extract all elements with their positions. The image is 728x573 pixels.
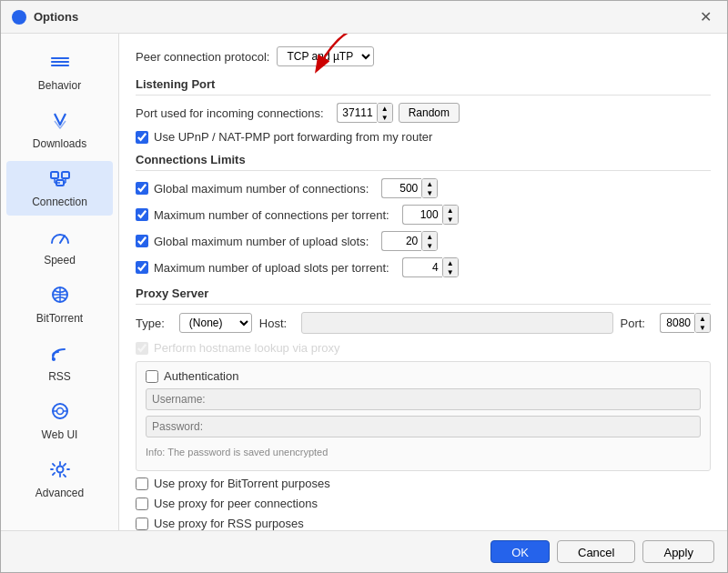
sidebar-item-advanced-label: Advanced xyxy=(35,487,84,499)
svg-point-14 xyxy=(52,357,56,361)
proxy-type-dropdown[interactable]: (None) HTTP HTTPS SOCKS4 SOCKS5 xyxy=(179,313,252,333)
username-input[interactable] xyxy=(146,388,701,410)
max-conn-torrent-down[interactable]: ▼ xyxy=(443,215,458,224)
global-max-conn-label: Global maximum number of connections: xyxy=(154,182,369,196)
sidebar-item-downloads[interactable]: Downloads xyxy=(6,103,113,157)
port-row: Port used for incoming connections: ▲ ▼ … xyxy=(136,103,711,123)
webui-icon xyxy=(48,401,72,425)
max-conn-torrent-input[interactable] xyxy=(402,205,442,225)
conn-limit-row-3: Maximum number of upload slots per torre… xyxy=(136,257,711,277)
proxy-host-label: Host: xyxy=(259,317,287,330)
max-upload-torrent-label: Maximum number of upload slots per torre… xyxy=(154,261,389,275)
upnp-row: Use UPnP / NAT-PMP port forwarding from … xyxy=(136,130,711,144)
conn-limit-row-1: Maximum number of connections per torren… xyxy=(136,205,711,225)
max-conn-torrent-up[interactable]: ▲ xyxy=(443,206,458,215)
sidebar-item-bittorrent-label: BitTorrent xyxy=(36,312,83,325)
sidebar-item-bittorrent[interactable]: BitTorrent xyxy=(6,277,113,332)
max-upload-torrent-down[interactable]: ▼ xyxy=(443,267,458,276)
bittorrent-icon xyxy=(48,285,72,308)
svg-rect-4 xyxy=(62,172,69,178)
behavior-icon xyxy=(48,52,72,75)
proxy-bittorrent-checkbox[interactable] xyxy=(136,478,148,490)
proxy-port-input[interactable] xyxy=(660,313,694,333)
global-max-upload-down[interactable]: ▼ xyxy=(422,241,437,250)
svg-rect-3 xyxy=(51,172,58,178)
speed-icon xyxy=(48,226,72,250)
proxy-host-input[interactable] xyxy=(301,312,612,334)
sidebar-item-behavior[interactable]: Behavior xyxy=(6,45,113,99)
sidebar-item-speed[interactable]: Speed xyxy=(6,219,113,274)
peer-protocol-label: Peer connection protocol: xyxy=(136,50,269,64)
sidebar-item-rss[interactable]: RSS xyxy=(6,336,113,390)
conn-limit-row-2: Global maximum number of upload slots: ▲… xyxy=(136,231,711,251)
auth-label: Authentication xyxy=(164,369,238,383)
svg-point-16 xyxy=(56,408,63,415)
proxy-rss-row: Use proxy for RSS purposes xyxy=(136,517,711,530)
sidebar-item-rss-label: RSS xyxy=(48,370,71,383)
port-spin: ▲ ▼ xyxy=(337,103,393,123)
global-max-upload-checkbox[interactable] xyxy=(136,235,148,247)
listening-port-header: Listening Port xyxy=(136,77,711,96)
proxy-bittorrent-label: Use proxy for BitTorrent purposes xyxy=(154,477,330,490)
max-upload-torrent-up[interactable]: ▲ xyxy=(443,258,458,267)
proxy-type-label: Type: xyxy=(136,317,165,330)
sidebar-item-webui[interactable]: Web UI xyxy=(6,394,113,448)
ok-button[interactable]: OK xyxy=(490,540,550,563)
hostname-lookup-checkbox[interactable] xyxy=(136,342,148,355)
connection-limits-header: Connections Limits xyxy=(136,153,711,171)
port-input[interactable] xyxy=(337,103,377,123)
proxy-port-label: Port: xyxy=(621,317,645,330)
sidebar-item-webui-label: Web UI xyxy=(42,428,78,441)
proxy-port-up[interactable]: ▲ xyxy=(695,314,710,323)
proxy-peer-checkbox[interactable] xyxy=(136,498,148,510)
info-text: Info: The password is saved unencrypted xyxy=(146,447,701,457)
svg-point-19 xyxy=(56,467,63,473)
global-max-upload-up[interactable]: ▲ xyxy=(422,232,437,241)
global-max-conn-down[interactable]: ▼ xyxy=(422,188,437,197)
conn-limit-row-0: Global maximum number of connections: ▲ … xyxy=(136,178,711,198)
peer-protocol-row: Peer connection protocol: TCP and µTP TC… xyxy=(136,46,711,66)
auth-section: Authentication Info: The password is sav… xyxy=(136,361,711,471)
global-max-conn-input[interactable] xyxy=(381,178,421,198)
proxy-port-down[interactable]: ▼ xyxy=(695,323,710,332)
footer: OK Cancel Apply xyxy=(1,530,727,572)
proxy-bittorrent-row: Use proxy for BitTorrent purposes xyxy=(136,477,711,490)
sidebar: Behavior Downloads xyxy=(1,34,119,530)
sidebar-item-advanced[interactable]: Advanced xyxy=(6,452,113,507)
password-input[interactable] xyxy=(146,416,701,437)
proxy-peer-label: Use proxy for peer connections xyxy=(154,497,318,510)
proxy-type-row: Type: (None) HTTP HTTPS SOCKS4 SOCKS5 Ho… xyxy=(136,312,711,334)
rss-icon xyxy=(48,343,72,367)
hostname-lookup-label: Perform hostname lookup via proxy xyxy=(154,341,339,355)
proxy-server-header: Proxy Server xyxy=(136,286,711,305)
global-max-conn-checkbox[interactable] xyxy=(136,182,148,195)
upnp-label: Use UPnP / NAT-PMP port forwarding from … xyxy=(154,130,432,144)
port-spin-down[interactable]: ▼ xyxy=(378,113,392,122)
upnp-checkbox[interactable] xyxy=(136,131,148,144)
apply-button[interactable]: Apply xyxy=(642,540,714,563)
port-spin-up[interactable]: ▲ xyxy=(378,104,392,113)
svg-line-10 xyxy=(60,236,65,243)
sidebar-item-behavior-label: Behavior xyxy=(38,79,81,92)
global-max-upload-label: Global maximum number of upload slots: xyxy=(154,235,369,248)
auth-row: Authentication xyxy=(146,369,701,383)
max-conn-torrent-checkbox[interactable] xyxy=(136,208,148,221)
connection-icon xyxy=(48,168,72,192)
cancel-button[interactable]: Cancel xyxy=(557,540,635,563)
close-button[interactable]: ✕ xyxy=(694,6,716,28)
sidebar-item-connection[interactable]: Connection xyxy=(6,161,113,216)
auth-checkbox[interactable] xyxy=(146,370,158,383)
proxy-rss-checkbox[interactable] xyxy=(136,518,148,530)
main-content: Behavior Downloads xyxy=(1,34,727,530)
max-upload-torrent-checkbox[interactable] xyxy=(136,261,148,274)
sidebar-item-connection-label: Connection xyxy=(32,196,87,208)
max-upload-torrent-input[interactable] xyxy=(402,257,442,277)
random-button[interactable]: Random xyxy=(399,103,460,123)
content-area: Peer connection protocol: TCP and µTP TC… xyxy=(119,34,727,530)
proxy-rss-label: Use proxy for RSS purposes xyxy=(154,517,304,530)
peer-protocol-dropdown[interactable]: TCP and µTP TCP only µTP only xyxy=(277,46,374,66)
global-max-conn-up[interactable]: ▲ xyxy=(422,179,437,188)
options-window: Options ✕ Behavior xyxy=(0,0,728,573)
window-title: Options xyxy=(34,10,78,24)
global-max-upload-input[interactable] xyxy=(381,231,421,251)
